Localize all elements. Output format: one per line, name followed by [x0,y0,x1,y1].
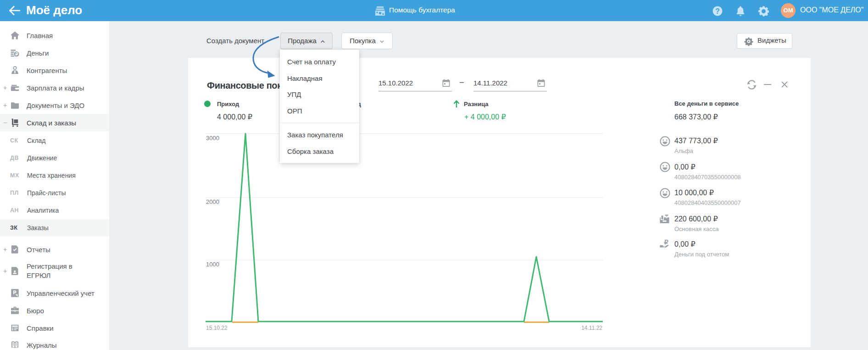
svg-text:15.10.22: 15.10.22 [206,325,228,331]
svg-text:14.11.22: 14.11.22 [581,325,602,331]
svg-text:?: ? [715,7,720,15]
svg-text:1000: 1000 [206,261,219,268]
svg-text:₽: ₽ [15,51,18,56]
svg-text:3000: 3000 [206,135,219,141]
svg-text:2000: 2000 [206,198,219,205]
